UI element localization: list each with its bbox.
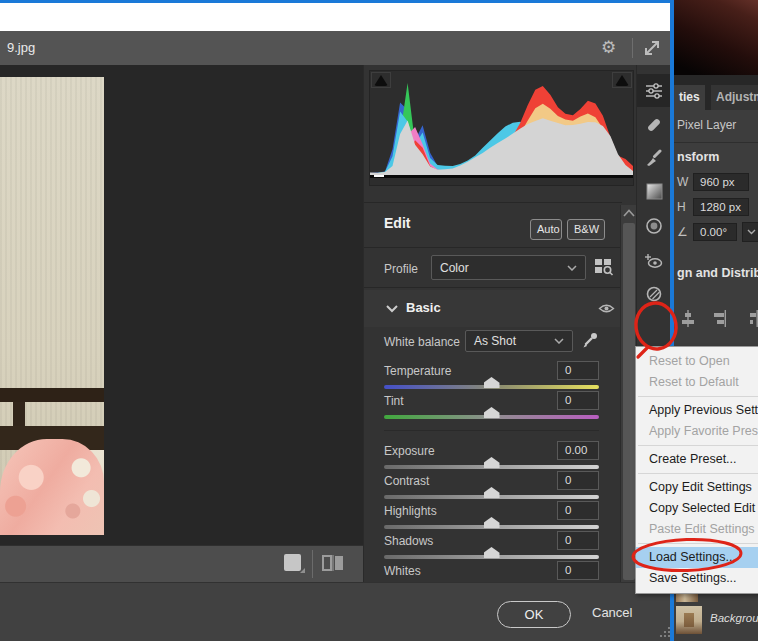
highlights-slider-track[interactable] [384,525,599,529]
profile-dropdown[interactable]: Color [431,255,586,280]
menu-item-create-preset[interactable]: Create Preset... [636,449,758,470]
menu-separator [636,540,758,547]
menu-item-reset-to-open: Reset to Open [636,351,758,372]
edit-sliders-icon [645,82,663,100]
height-field-row: H 1280 px [677,197,749,217]
auto-button[interactable]: Auto [530,219,562,240]
temperature-slider-track[interactable] [384,385,599,389]
slider-row-temperature: Temperature0 [384,361,599,391]
document-title: 9.jpg [7,40,35,55]
slider-row-shadows: Shadows0 [384,531,599,561]
align-partial-icon[interactable] [750,310,758,327]
exposure-value-input[interactable]: 0.00 [557,441,599,460]
ok-button[interactable]: OK [497,601,571,628]
tab-adjustments[interactable]: Adjustmen [711,85,758,110]
cancel-button[interactable]: Cancel [592,605,632,620]
exposure-slider-track[interactable] [384,465,599,469]
align-centers-icon[interactable] [680,310,696,327]
height-input[interactable]: 1280 px [693,198,749,216]
settings-gear-icon[interactable]: ⚙ [601,37,616,57]
slider-row-exposure: Exposure0.00 [384,441,599,471]
scroll-up-arrow[interactable] [623,209,635,217]
toggle-fullscreen-icon[interactable] [642,38,662,58]
histogram-channel-gray [370,118,633,175]
highlights-value-input[interactable]: 0 [557,501,599,520]
tool-radial-gradient[interactable] [637,209,671,242]
tint-slider-thumb[interactable] [484,407,500,418]
tool-linear-gradient[interactable] [637,175,671,208]
temperature-value-input[interactable]: 0 [557,361,599,380]
shadow-clipping-triangle-icon [374,75,388,86]
white-balance-dropdown[interactable]: As Shot [465,330,573,352]
red-eye-icon [644,252,664,270]
panel-divider [364,247,622,248]
bandaid-icon [644,115,664,135]
chevron-down-icon [747,229,756,235]
browse-profiles-icon[interactable] [594,257,615,276]
whites-value-input[interactable]: 0 [557,561,599,580]
profile-label: Profile [384,262,418,276]
tool-healing[interactable] [637,108,671,141]
titlebar-divider [632,38,633,58]
basic-section-label: Basic [406,300,441,315]
section-visibility-eye-icon[interactable] [598,303,615,314]
sliders-block: Temperature0Tint0Exposure0.00Contrast0Hi… [384,361,599,584]
zoom-fit-icon[interactable] [284,554,301,571]
angle-dropdown[interactable] [742,222,758,242]
gradient-square-icon [646,183,663,200]
before-after-view-icon[interactable] [322,555,346,571]
panel-divider [364,287,622,288]
highlights-slider-thumb[interactable] [484,517,500,528]
exposure-slider-thumb[interactable] [484,457,500,468]
slider-row-whites: Whites0 [384,561,599,584]
menu-item-copy-selected-edit-se[interactable]: Copy Selected Edit Se [636,498,758,519]
transform-section-header: nsform [677,150,719,164]
align-right-edges-icon[interactable] [712,310,728,327]
histogram-baseline-tick [374,175,384,177]
preview-toolbar-divider [312,550,313,578]
tool-edit[interactable] [637,74,671,107]
width-input[interactable]: 960 px [693,173,749,191]
basic-section-header[interactable]: Basic [364,290,637,327]
tool-patch[interactable] [637,277,671,310]
histogram-baseline [370,175,633,178]
temperature-label: Temperature [384,364,451,378]
bw-button[interactable]: B&W [567,219,605,240]
white-balance-value: As Shot [474,334,516,348]
highlights-label: Highlights [384,504,437,518]
tint-value-input[interactable]: 0 [557,391,599,410]
menu-separator [636,393,758,400]
menu-item-save-settings[interactable]: Save Settings... [636,568,758,589]
white-balance-label: White balance [384,335,460,349]
tint-slider-track[interactable] [384,415,599,419]
panel-tabstrip: ties Adjustmen [674,75,758,110]
menu-item-load-settings[interactable]: Load Settings... [636,547,758,568]
contrast-value-input[interactable]: 0 [557,471,599,490]
menu-item-copy-edit-settings[interactable]: Copy Edit Settings [636,477,758,498]
tool-brush[interactable] [637,141,671,174]
tab-properties[interactable]: ties [674,85,705,110]
shadows-slider-thumb[interactable] [484,547,500,558]
temperature-slider-thumb[interactable] [484,377,500,388]
layer-name: Background [710,612,758,624]
photo-headboard-post [13,402,25,428]
menu-separator [636,470,758,477]
shadows-value-input[interactable]: 0 [557,531,599,550]
photo-preview [0,77,104,535]
tool-red-eye[interactable] [637,244,671,277]
contrast-slider-thumb[interactable] [484,487,500,498]
scrollbar-thumb[interactable] [623,223,635,580]
menu-separator [636,442,758,449]
shadow-clipping-indicator[interactable] [371,72,391,88]
white-balance-eyedropper-icon[interactable] [581,331,599,351]
menu-item-apply-previous-settin[interactable]: Apply Previous Settin [636,400,758,421]
angle-input[interactable]: 0.00° [693,223,737,241]
highlight-clipping-indicator[interactable] [612,72,632,88]
radial-circle-icon [645,217,663,235]
contrast-slider-track[interactable] [384,495,599,499]
shadows-slider-track[interactable] [384,555,599,559]
panel-scrollbar[interactable] [620,205,636,584]
background-layer-thumbnail[interactable] [676,606,702,634]
dialog-footer: OK Cancel [0,582,670,641]
preview-toolbar [0,545,363,582]
